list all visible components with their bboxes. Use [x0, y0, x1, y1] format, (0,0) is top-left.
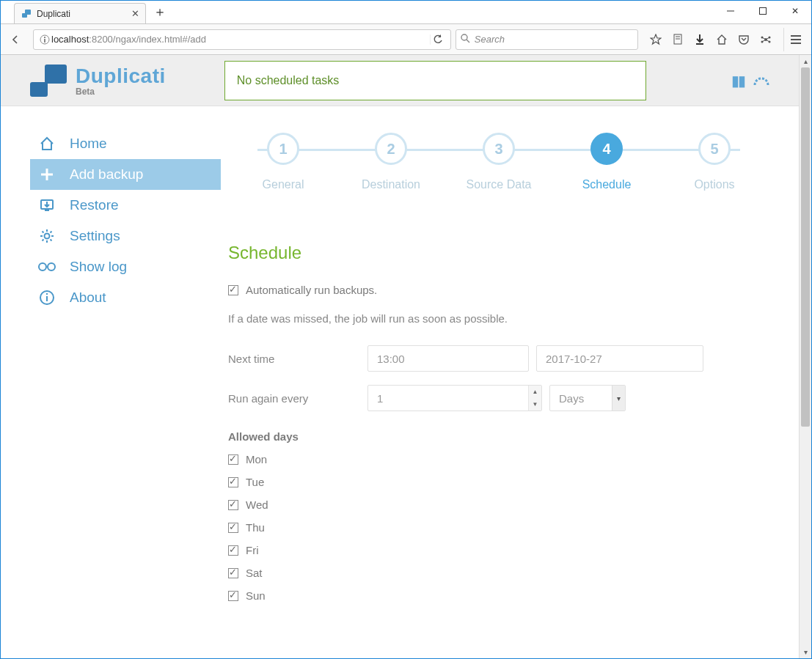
browser-tab[interactable]: Duplicati ✕ — [14, 3, 146, 23]
day-row-thu[interactable]: Thu — [228, 521, 769, 534]
scroll-thumb[interactable] — [801, 67, 810, 427]
section-title: Schedule — [228, 243, 769, 263]
run-again-row: Run again every ▲ ▼ Days — [228, 385, 769, 411]
tab-close-icon[interactable]: ✕ — [131, 8, 139, 19]
reload-button[interactable] — [430, 34, 446, 45]
pause-icon[interactable]: ▮▮ — [731, 72, 745, 89]
step-options[interactable]: 5 Options — [667, 133, 762, 191]
sidebar-item-restore[interactable]: Restore — [30, 190, 221, 221]
svg-point-38 — [39, 263, 46, 270]
run-again-unit-select[interactable]: Days ▾ — [549, 385, 626, 411]
day-checkbox[interactable] — [228, 545, 238, 556]
next-time-row: Next time — [228, 345, 769, 372]
sidebar-label: About — [70, 290, 106, 306]
day-row-wed[interactable]: Wed — [228, 498, 769, 511]
step-general[interactable]: 1 General — [235, 133, 331, 191]
auto-run-row[interactable]: Automatically run backups. — [228, 284, 769, 296]
spinner-up-icon[interactable]: ▲ — [529, 386, 541, 398]
downloads-button[interactable] — [690, 29, 710, 50]
back-button[interactable] — [5, 29, 26, 50]
svg-line-36 — [43, 240, 44, 241]
tab-title: Duplicati — [37, 9, 70, 19]
gear-icon — [37, 228, 56, 244]
day-checkbox[interactable] — [228, 591, 238, 601]
day-checkbox[interactable] — [228, 477, 238, 487]
step-destination[interactable]: 2 Destination — [343, 133, 439, 191]
duplicati-favicon — [21, 8, 32, 20]
window-close-button[interactable]: ✕ — [779, 1, 811, 21]
svg-rect-3 — [760, 8, 767, 15]
home-button[interactable] — [712, 29, 732, 50]
url-text: localhost:8200/ngax/index.html#/add — [51, 34, 430, 45]
next-date-input[interactable] — [536, 345, 703, 372]
day-row-fri[interactable]: Fri — [228, 544, 769, 556]
restore-icon — [37, 197, 56, 213]
pocket-button[interactable] — [734, 29, 754, 50]
sidebar-label: Show log — [70, 259, 127, 275]
svg-rect-1 — [22, 13, 27, 18]
step-schedule[interactable]: 4 Schedule — [559, 133, 654, 191]
next-time-input[interactable] — [367, 345, 529, 372]
sidebar-item-about[interactable]: About — [30, 282, 221, 313]
app-logo[interactable]: Duplicati Beta — [30, 65, 166, 97]
step-source-data[interactable]: 3 Source Data — [451, 133, 546, 191]
number-spinner[interactable]: ▲ ▼ — [528, 386, 541, 411]
day-checkbox[interactable] — [228, 523, 238, 533]
window-maximize-button[interactable] — [747, 1, 779, 21]
svg-rect-41 — [46, 293, 48, 295]
url-bar[interactable]: localhost:8200/ngax/index.html#/add — [33, 29, 451, 50]
sidebar-label: Add backup — [70, 166, 143, 183]
svg-rect-42 — [46, 296, 48, 301]
run-again-unit-value: Days — [559, 392, 584, 405]
info-icon — [37, 290, 56, 306]
app-name: Duplicati — [76, 65, 166, 88]
browser-toolbar: localhost:8200/ngax/index.html#/add Sear… — [1, 24, 811, 55]
log-icon — [37, 262, 56, 272]
window-minimize-button[interactable] — [714, 1, 747, 21]
svg-line-37 — [51, 232, 52, 233]
svg-line-35 — [51, 240, 52, 241]
spinner-down-icon[interactable]: ▼ — [529, 398, 541, 411]
run-again-value-input[interactable] — [367, 385, 542, 411]
new-tab-button[interactable]: ＋ — [153, 3, 167, 21]
next-time-label: Next time — [228, 353, 367, 365]
home-icon — [37, 136, 56, 152]
svg-rect-6 — [44, 39, 45, 43]
day-row-sat[interactable]: Sat — [228, 567, 769, 579]
svg-line-34 — [43, 232, 44, 233]
day-row-sun[interactable]: Sun — [228, 589, 769, 602]
library-button[interactable] — [667, 29, 688, 50]
sidebar-item-home[interactable]: Home — [30, 128, 221, 159]
day-checkbox[interactable] — [228, 454, 238, 465]
svg-line-8 — [467, 40, 469, 43]
search-placeholder: Search — [475, 34, 505, 45]
sidebar-item-settings[interactable]: Settings — [30, 221, 221, 251]
svg-point-29 — [45, 234, 50, 239]
day-checkbox[interactable] — [228, 568, 238, 578]
throttle-icon[interactable] — [753, 75, 769, 86]
plus-icon — [37, 166, 56, 183]
scroll-down-icon[interactable]: ▾ — [800, 646, 811, 658]
day-row-mon[interactable]: Mon — [228, 453, 769, 465]
bookmark-star-button[interactable] — [645, 29, 666, 50]
day-checkbox[interactable] — [228, 500, 238, 510]
wizard-steps: 1 General 2 Destination 3 Source Data 4 … — [228, 133, 769, 191]
menu-button[interactable] — [783, 28, 807, 51]
page: Duplicati Beta No scheduled tasks ▮▮ — [1, 55, 799, 658]
scroll-up-icon[interactable]: ▴ — [800, 55, 811, 67]
sidebar-label: Restore — [70, 197, 119, 213]
sidebar-item-show-log[interactable]: Show log — [30, 251, 221, 282]
search-bar[interactable]: Search — [456, 29, 638, 50]
main-panel: 1 General 2 Destination 3 Source Data 4 … — [221, 128, 799, 612]
chevron-down-icon: ▾ — [612, 386, 625, 411]
status-box: No scheduled tasks — [224, 61, 646, 100]
svg-rect-5 — [44, 37, 45, 38]
status-message: No scheduled tasks — [237, 74, 340, 87]
auto-run-checkbox[interactable] — [228, 285, 238, 295]
sidebar: Home Add backup Restore — [1, 128, 221, 612]
sidebar-item-add-backup[interactable]: Add backup — [30, 159, 221, 190]
extension-button[interactable] — [756, 29, 776, 50]
identity-icon[interactable] — [38, 34, 51, 45]
day-row-tue[interactable]: Tue — [228, 476, 769, 488]
vertical-scrollbar[interactable]: ▴ ▾ — [799, 55, 811, 658]
